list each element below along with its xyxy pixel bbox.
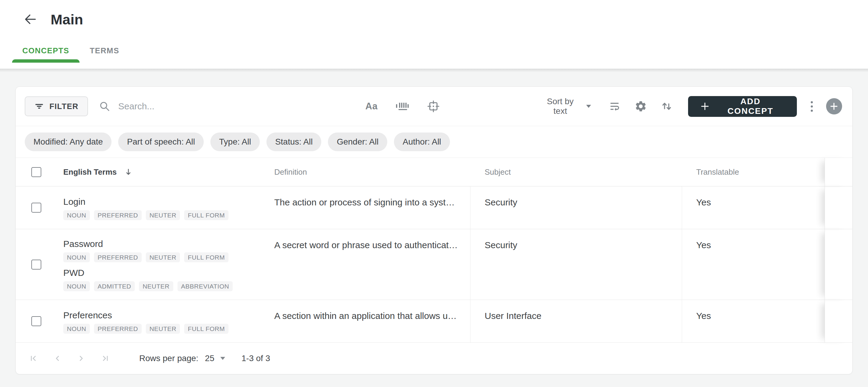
filter-list-icon [34, 101, 44, 111]
sort-by-select[interactable]: Sort by text [539, 97, 591, 116]
settings-button[interactable] [634, 100, 647, 112]
tab-concepts-label: CONCEPTS [22, 46, 69, 56]
filter-chip[interactable]: Part of speech: All [118, 132, 204, 151]
term-badge: NOUN [63, 324, 90, 334]
term-entry: PasswordNOUNPREFERREDNEUTERFULL FORM [63, 237, 265, 262]
term-list: PreferencesNOUNPREFERREDNEUTERFULL FORM [63, 300, 274, 343]
row-checkbox-cell [16, 300, 63, 343]
term-badge: ABBREVIATION [178, 281, 233, 291]
column-header-translatable[interactable]: Translatable [682, 158, 825, 186]
row-checkbox[interactable] [31, 260, 41, 269]
add-concept-button[interactable]: ADD CONCEPT [688, 96, 797, 117]
term-entry: PreferencesNOUNPREFERREDNEUTERFULL FORM [63, 309, 265, 334]
pagination-bar: Rows per page: 25 1-3 of 3 [16, 343, 852, 374]
translatable-cell: Yes [682, 300, 825, 343]
term-badges: NOUNPREFERREDNEUTERFULL FORM [63, 252, 265, 262]
first-page-icon [28, 354, 38, 363]
filter-chip[interactable]: Gender: All [328, 132, 387, 151]
select-all-checkbox[interactable] [31, 167, 41, 177]
table-row[interactable]: PasswordNOUNPREFERREDNEUTERFULL FORMPWDN… [16, 229, 852, 300]
filter-chip-row: Modified: Any datePart of speech: AllTyp… [16, 126, 852, 158]
add-concept-label: ADD CONCEPT [716, 97, 784, 116]
column-header-english-terms[interactable]: English Terms [63, 158, 274, 186]
term-list: PasswordNOUNPREFERREDNEUTERFULL FORMPWDN… [63, 229, 274, 300]
term-badge: FULL FORM [184, 210, 228, 220]
more-options-button[interactable] [809, 99, 815, 114]
whole-word-toggle[interactable] [395, 100, 410, 112]
rows-per-page-select[interactable]: 25 [205, 354, 225, 363]
wrap-text-button[interactable] [609, 100, 621, 112]
column-header-definition[interactable]: Definition [274, 158, 470, 186]
row-checkbox[interactable] [31, 316, 41, 326]
sort-order-button[interactable] [661, 101, 673, 112]
concepts-card: FILTER Aa [16, 87, 852, 374]
filter-chip[interactable]: Modified: Any date [25, 132, 112, 151]
tab-terms-label: TERMS [90, 46, 119, 56]
search-option-icons: Aa [365, 100, 440, 112]
tab-terms[interactable]: TERMS [80, 38, 130, 63]
first-page-button[interactable] [25, 350, 41, 367]
search-input[interactable] [118, 101, 275, 111]
back-arrow-icon [23, 12, 37, 26]
tab-concepts[interactable]: CONCEPTS [12, 38, 80, 63]
row-checkbox-cell [16, 186, 63, 229]
toolbar: FILTER Aa [16, 87, 852, 126]
content-area: FILTER Aa [0, 69, 868, 387]
filter-button[interactable]: FILTER [25, 96, 88, 116]
term-badge: PREFERRED [94, 324, 142, 334]
term-badge: NEUTER [146, 210, 180, 220]
term-badge: FULL FORM [184, 252, 228, 262]
term-badge: PREFERRED [94, 252, 142, 262]
term-badges: NOUNPREFERREDNEUTERFULL FORM [63, 324, 265, 334]
plus-icon [700, 101, 710, 111]
sort-desc-arrow-icon [124, 168, 132, 176]
term-badge: PREFERRED [94, 210, 142, 220]
prev-page-button[interactable] [49, 350, 66, 367]
search-icon [99, 101, 110, 112]
subject-cell: User Interface [470, 300, 682, 343]
app-screen: Main CONCEPTS TERMS FILTER [0, 0, 868, 387]
search-box [99, 101, 275, 112]
back-button[interactable] [22, 11, 38, 28]
kebab-icon [811, 101, 813, 103]
whole-word-icon [395, 100, 410, 112]
pinned-gutter [825, 158, 852, 186]
title-row: Main [0, 0, 868, 38]
pinned-gutter [825, 186, 852, 229]
match-case-icon: Aa [365, 101, 378, 112]
filter-chip[interactable]: Author: All [394, 132, 450, 151]
table-body: LoginNOUNPREFERREDNEUTERFULL FORM The ac… [16, 186, 852, 343]
page-header: Main CONCEPTS TERMS [0, 0, 868, 69]
filter-chip[interactable]: Type: All [210, 132, 260, 151]
table-row[interactable]: LoginNOUNPREFERREDNEUTERFULL FORM The ac… [16, 186, 852, 229]
pinned-gutter [825, 229, 852, 300]
last-page-icon [101, 354, 110, 363]
row-checkbox[interactable] [31, 203, 41, 213]
wrap-text-icon [609, 100, 621, 112]
last-page-button[interactable] [97, 350, 114, 367]
term-badge: NOUN [63, 281, 90, 291]
definition-cell: A section within an application that all… [274, 300, 470, 343]
active-tab-indicator [12, 59, 80, 63]
pinned-gutter [825, 300, 852, 343]
definition-cell: The action or process of signing into a … [274, 186, 470, 229]
table-header: English Terms Definition Subject Transla… [16, 158, 852, 186]
term-badges: NOUNPREFERREDNEUTERFULL FORM [63, 210, 265, 220]
subject-cell: Security [470, 229, 682, 300]
term-badge: FULL FORM [184, 324, 228, 334]
term-list: LoginNOUNPREFERREDNEUTERFULL FORM [63, 186, 274, 229]
next-page-button[interactable] [73, 350, 90, 367]
term-text: Password [63, 237, 265, 250]
quick-add-button[interactable] [826, 98, 842, 115]
filter-chip[interactable]: Status: All [267, 132, 321, 151]
prev-page-icon [53, 354, 62, 363]
match-case-toggle[interactable]: Aa [365, 101, 378, 112]
column-header-subject[interactable]: Subject [470, 158, 682, 186]
dropdown-caret-icon [586, 105, 591, 108]
table-row[interactable]: PreferencesNOUNPREFERREDNEUTERFULL FORM … [16, 300, 852, 343]
pagination-range: 1-3 of 3 [241, 354, 270, 363]
exact-match-toggle[interactable] [427, 100, 440, 112]
term-entry: LoginNOUNPREFERREDNEUTERFULL FORM [63, 195, 265, 220]
subject-cell: Security [470, 186, 682, 229]
term-badge: NEUTER [139, 281, 173, 291]
